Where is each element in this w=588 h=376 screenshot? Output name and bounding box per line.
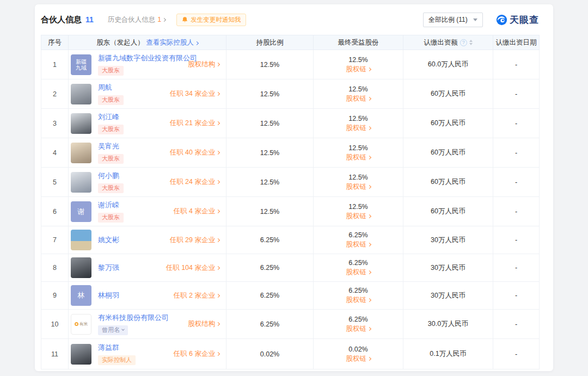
chevron-down-icon <box>473 19 477 21</box>
avatar[interactable] <box>71 113 91 134</box>
panel-title: 合伙人信息 <box>41 15 82 25</box>
avatar[interactable] <box>71 143 91 163</box>
col-header-index: 序号 <box>41 35 69 50</box>
shareholder-name-link[interactable]: 刘江峰 <box>98 112 119 122</box>
avatar[interactable]: 林 <box>71 285 91 306</box>
table-row: 8 黎万强 任职 104 家企业 6.25% 6.25% 股权链 30万人民币 … <box>41 254 540 282</box>
shareholder-name-link[interactable]: 有米科技股份有限公司 <box>98 313 169 323</box>
equity-chain-link[interactable]: 股权链 <box>346 182 371 192</box>
shareholder-name-link[interactable]: 薄益群 <box>98 343 119 353</box>
benefit-value: 12.5% <box>314 56 403 65</box>
row-action-link[interactable]: 任职 6 家企业 <box>174 349 220 359</box>
shareholder-name-link[interactable]: 新疆九域数字创业投资有限公司 <box>98 53 197 63</box>
ratio-value: 12.5% <box>226 79 314 109</box>
amount-value: 60万人民币 <box>403 168 493 197</box>
row-action-link[interactable]: 任职 104 家企业 <box>166 263 220 273</box>
row-action-link[interactable]: 任职 34 家企业 <box>170 89 220 98</box>
avatar[interactable]: 谢 <box>71 201 91 222</box>
avatar[interactable] <box>71 172 91 193</box>
shareholder-name-link[interactable]: 谢沂嵘 <box>98 200 119 210</box>
history-partners-count: 1 <box>157 16 161 23</box>
benefit-cell: 12.5% 股权链 <box>314 79 403 109</box>
equity-chain-link[interactable]: 股权链 <box>346 268 371 277</box>
shareholder-name-link[interactable]: 何小鹏 <box>98 171 119 181</box>
equity-chain-link[interactable]: 股权链 <box>346 94 371 103</box>
equity-chain-link[interactable]: 股权链 <box>346 153 371 162</box>
equity-chain-link[interactable]: 股权链 <box>346 324 371 334</box>
row-action-link[interactable]: 股权结构 <box>188 319 220 329</box>
equity-chain-link[interactable]: 股权链 <box>346 295 371 305</box>
partners-table: 序号 股东（发起人） 查看实际控股人 持股比例 最终受益股份 认缴出资额 ? 认… <box>41 35 540 369</box>
shareholder-name-link[interactable]: 周航 <box>98 83 112 93</box>
avatar[interactable] <box>71 230 91 250</box>
tianyancha-eye-icon <box>496 14 507 26</box>
amount-value: 0.1万人民币 <box>403 339 493 369</box>
benefit-value: 12.5% <box>314 85 403 94</box>
row-action-link[interactable]: 任职 21 家企业 <box>170 119 220 128</box>
equity-chain-link[interactable]: 股权链 <box>346 124 371 133</box>
benefit-value: 12.5% <box>314 202 403 212</box>
shareholder-name-link[interactable]: 姚文彬 <box>98 235 119 245</box>
row-index: 10 <box>41 310 69 339</box>
chevron-right-icon <box>216 322 220 326</box>
equity-chain-link[interactable]: 股权链 <box>346 240 371 249</box>
shareholder-name-link[interactable]: 吴宵光 <box>98 141 119 151</box>
avatar[interactable]: 有米 <box>71 314 91 335</box>
benefit-cell: 12.5% 股权链 <box>314 109 403 138</box>
equity-chain-link[interactable]: 股权链 <box>346 65 371 74</box>
table-row: 4 吴宵光 大股东 任职 40 家企业 12.5% 12.5% 股权链 60万人… <box>41 138 540 168</box>
date-value: - <box>493 254 540 282</box>
help-icon[interactable]: ? <box>460 39 467 46</box>
chevron-down-icon <box>121 328 125 331</box>
shareholder-name-link[interactable]: 林桐羽 <box>98 291 119 300</box>
amount-header-label: 认缴出资额 <box>424 38 458 47</box>
view-actual-controller-link[interactable]: 查看实际控股人 <box>146 39 198 46</box>
shareholder-tag: 大股东 <box>98 183 124 193</box>
chevron-right-icon <box>367 67 371 71</box>
history-partners-link[interactable]: 历史合伙人信息 1 <box>108 15 166 24</box>
ratio-value: 12.5% <box>226 168 314 197</box>
bell-icon <box>182 16 188 23</box>
ratio-filter-value: 全部比例 (11) <box>428 15 468 24</box>
avatar[interactable] <box>71 84 91 104</box>
amount-value: 60万人民币 <box>403 197 493 226</box>
row-index: 2 <box>41 79 69 109</box>
chevron-right-icon <box>367 184 371 188</box>
row-action-link[interactable]: 任职 2 家企业 <box>174 291 220 300</box>
col-header-amount: 认缴出资额 ? <box>403 35 493 50</box>
chevron-right-icon <box>216 92 220 96</box>
row-action-link[interactable]: 任职 29 家企业 <box>170 236 220 245</box>
avatar[interactable] <box>71 344 91 365</box>
ratio-filter-dropdown[interactable]: 全部比例 (11) <box>423 13 483 27</box>
row-action-link[interactable]: 任职 24 家企业 <box>170 177 220 187</box>
amount-value: 60.0万人民币 <box>403 50 493 79</box>
shareholder-tag: 曾用名 <box>98 325 128 335</box>
partners-panel: 合伙人信息 11 历史合伙人信息 1 发生变更时通知我 全部比例 (11) 天眼… <box>35 4 553 371</box>
row-action-link[interactable]: 股权结构 <box>188 60 220 69</box>
table-row: 10 有米 有米科技股份有限公司 曾用名 股权结构 6.25% 6.25% 股权… <box>41 310 540 339</box>
chevron-right-icon <box>216 238 220 242</box>
date-value: - <box>493 168 540 197</box>
ratio-value: 6.25% <box>226 254 314 282</box>
row-action-link[interactable]: 任职 4 家企业 <box>174 207 220 216</box>
sort-control[interactable] <box>469 40 473 45</box>
benefit-value: 6.25% <box>314 286 403 295</box>
panel-header: 合伙人信息 11 历史合伙人信息 1 发生变更时通知我 全部比例 (11) 天眼… <box>41 4 539 35</box>
benefit-value: 12.5% <box>314 144 403 153</box>
shareholder-name-link[interactable]: 黎万强 <box>98 263 119 273</box>
ratio-value: 12.5% <box>226 138 314 168</box>
equity-chain-link[interactable]: 股权链 <box>346 354 371 363</box>
row-index: 4 <box>41 138 69 168</box>
notify-on-change-button[interactable]: 发生变更时通知我 <box>176 14 246 26</box>
date-value: - <box>493 138 540 168</box>
date-value: - <box>493 226 540 254</box>
chevron-right-icon <box>367 126 371 130</box>
row-index: 5 <box>41 168 69 197</box>
benefit-value: 0.02% <box>314 345 403 354</box>
avatar[interactable]: 新疆 九域 <box>71 54 91 75</box>
row-index: 6 <box>41 197 69 226</box>
row-action-link[interactable]: 任职 40 家企业 <box>170 148 220 157</box>
avatar[interactable] <box>71 257 91 278</box>
equity-chain-link[interactable]: 股权链 <box>346 212 371 221</box>
tianyancha-wordmark: 天眼查 <box>510 14 539 26</box>
